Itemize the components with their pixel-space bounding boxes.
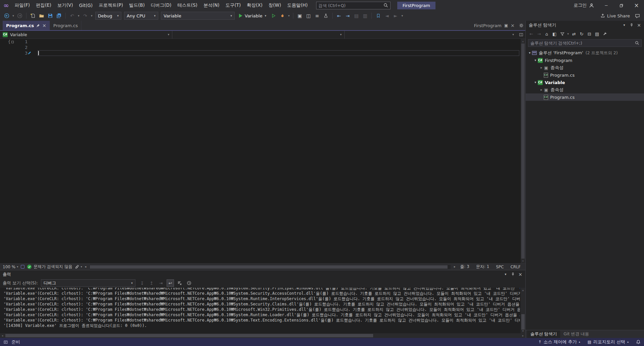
tab-program-cs-active[interactable]: Program.cs × xyxy=(3,21,50,30)
solution-platform-dropdown[interactable]: Any CPU▾ xyxy=(124,12,158,20)
search-icon[interactable] xyxy=(635,41,639,45)
switch-views-icon[interactable]: ◧ xyxy=(551,30,558,38)
window-position-icon[interactable]: ▾ xyxy=(502,271,509,278)
editor-vertical-scrollbar[interactable]: ▴ ▾ xyxy=(521,39,525,263)
timestamp-icon[interactable] xyxy=(185,279,193,287)
package-icon[interactable]: ▣ xyxy=(296,12,304,20)
close-button[interactable]: × xyxy=(629,0,644,11)
notifications-bell-icon[interactable] xyxy=(636,340,641,344)
window-position-icon[interactable]: ▾ xyxy=(621,21,628,29)
tree-item-project-firstprogram[interactable]: ▾ C# FirstProgram xyxy=(526,57,644,64)
tree-item-program-cs-1[interactable]: C# Program.cs xyxy=(526,71,644,79)
scroll-left-icon[interactable]: ◂ xyxy=(85,265,86,268)
expand-arrow-icon[interactable]: ▾ xyxy=(533,81,538,84)
start-without-debugging-icon[interactable] xyxy=(270,12,278,20)
navigate-menu-icon[interactable]: ≡ xyxy=(313,12,321,20)
user-profile-icon[interactable] xyxy=(589,3,594,8)
uncomment-icon[interactable]: ▥ xyxy=(361,12,369,20)
home-icon[interactable]: ⌂ xyxy=(543,30,550,38)
quick-search-box[interactable] xyxy=(316,2,391,9)
clear-selection-icon[interactable]: ⇥ xyxy=(157,279,165,287)
filter-dropdown[interactable]: ▾ xyxy=(566,32,570,36)
output-log[interactable]: 'Variable.exe'(CoreCLR: clrhost): 'C:₩Pr… xyxy=(0,288,525,333)
member-dropdown[interactable]: ▾ xyxy=(345,31,517,39)
undo-dropdown[interactable]: ▾ xyxy=(77,14,80,17)
error-status-button[interactable]: 문제가 검색되지 않음 xyxy=(27,264,72,270)
redo-icon[interactable]: ↷ xyxy=(81,12,89,20)
scroll-up-icon[interactable]: ▴ xyxy=(521,39,525,44)
redo-dropdown[interactable]: ▾ xyxy=(90,14,94,17)
scroll-right-icon[interactable]: ▸ xyxy=(454,265,456,268)
start-debugging-button[interactable]: Variable ▾ xyxy=(236,12,269,20)
indent-mode-indicator[interactable]: SPC xyxy=(494,265,506,269)
previous-bookmark-icon[interactable]: ◄ xyxy=(383,12,391,20)
navigate-forward-icon[interactable] xyxy=(16,12,24,20)
scrollbar-thumb[interactable] xyxy=(521,44,525,259)
menu-tools[interactable]: 도구(T) xyxy=(223,0,244,11)
undo-icon[interactable]: ↶ xyxy=(68,12,76,20)
navigate-back-icon[interactable] xyxy=(3,12,11,20)
menu-debug[interactable]: 디버그(D) xyxy=(148,0,174,11)
toolbar-options-dropdown[interactable]: ▾ xyxy=(400,14,404,17)
sync-with-active-document-icon[interactable]: ⇄ xyxy=(570,30,578,38)
quick-search-input[interactable] xyxy=(318,3,384,8)
preview-tab-firstprogram[interactable]: FirstProgram ▣ × xyxy=(471,21,517,30)
scroll-down-icon[interactable]: ▾ xyxy=(521,259,525,263)
menu-file[interactable]: 파일(F) xyxy=(12,0,33,11)
outdent-icon[interactable]: ⇤ xyxy=(335,12,343,20)
select-repository-button[interactable]: ▤ 리포지토리 선택 ▴ xyxy=(588,339,629,345)
menu-build[interactable]: 빌드(B) xyxy=(126,0,148,11)
show-all-files-icon[interactable]: ▤ xyxy=(593,30,601,38)
keep-open-icon[interactable]: ▣ xyxy=(504,23,508,27)
close-tab-icon[interactable]: × xyxy=(42,23,46,28)
se-forward-icon[interactable]: → xyxy=(535,30,543,38)
feedback-icon[interactable] xyxy=(633,12,641,20)
word-wrap-icon[interactable]: ↩ xyxy=(167,279,174,287)
tab-git-changes[interactable]: Git 변경 내용 xyxy=(560,330,592,338)
navigate-back-dropdown[interactable]: ▾ xyxy=(11,14,15,17)
menu-test[interactable]: 테스트(S) xyxy=(174,0,200,11)
collapse-arrow-icon[interactable]: ▸ xyxy=(539,66,544,69)
se-back-icon[interactable]: ← xyxy=(528,30,535,38)
scrollbar-thumb[interactable] xyxy=(90,265,448,269)
scrollbar-thumb[interactable] xyxy=(5,334,373,337)
tree-item-solution[interactable]: ▾ 솔루션 'FirstProgram' (2 프로젝트의 2) xyxy=(526,49,644,57)
menu-help[interactable]: 도움말(H) xyxy=(284,0,310,11)
menu-window[interactable]: 창(W) xyxy=(266,0,284,11)
scroll-up-icon[interactable]: ▴ xyxy=(521,288,525,292)
indent-icon[interactable]: ⇥ xyxy=(344,12,352,20)
menu-extensions[interactable]: 확장(X) xyxy=(244,0,266,11)
window-grid-icon[interactable]: ◫ xyxy=(304,12,312,20)
split-editor-icon[interactable] xyxy=(517,31,525,39)
scroll-down-icon[interactable]: ▾ xyxy=(521,329,525,333)
tree-item-dependencies-2[interactable]: ▸ ▣ 종속성 xyxy=(526,86,644,93)
project-dropdown[interactable]: C# Variable ▾ xyxy=(0,31,172,39)
hot-reload-icon[interactable] xyxy=(278,12,286,20)
menu-view[interactable]: 보기(V) xyxy=(54,0,76,11)
menu-project[interactable]: 프로젝트(P) xyxy=(96,0,126,11)
menu-analyze[interactable]: 분석(N) xyxy=(200,0,223,11)
next-bookmark-icon[interactable]: ► xyxy=(392,12,400,20)
scroll-left-icon[interactable]: ◂ xyxy=(0,334,5,337)
expand-arrow-icon[interactable]: ▾ xyxy=(527,51,532,55)
restore-button[interactable] xyxy=(614,0,629,11)
scroll-right-icon[interactable]: ▸ xyxy=(521,334,525,337)
code-editor[interactable]: { 1 2 3 ▴ ▾ xyxy=(0,39,525,263)
live-share-button[interactable]: Live Share xyxy=(600,13,630,18)
tab-program-cs-2[interactable]: Program.cs xyxy=(50,21,81,30)
type-dropdown[interactable]: ▾ xyxy=(172,31,345,39)
save-all-icon[interactable] xyxy=(55,12,63,20)
add-to-source-control-button[interactable]: ↑ 소스 제어에 추가 ▴ xyxy=(538,339,580,345)
hot-reload-dropdown[interactable]: ▾ xyxy=(287,14,291,17)
refresh-icon[interactable]: ↻ xyxy=(578,30,585,38)
output-horizontal-scrollbar[interactable]: ◂ ▸ xyxy=(0,333,525,338)
menu-edit[interactable]: 편집(E) xyxy=(33,0,54,11)
new-file-icon[interactable] xyxy=(29,12,37,20)
clear-all-icon[interactable] xyxy=(176,279,183,287)
goto-previous-message-icon[interactable]: ↥ xyxy=(148,279,155,287)
close-icon[interactable]: × xyxy=(635,21,643,29)
visual-studio-logo-icon[interactable]: ∞ xyxy=(3,2,9,9)
solution-explorer-search-box[interactable] xyxy=(528,39,642,47)
search-icon[interactable] xyxy=(384,3,388,8)
sign-in-button[interactable]: 로그인 xyxy=(574,2,594,8)
